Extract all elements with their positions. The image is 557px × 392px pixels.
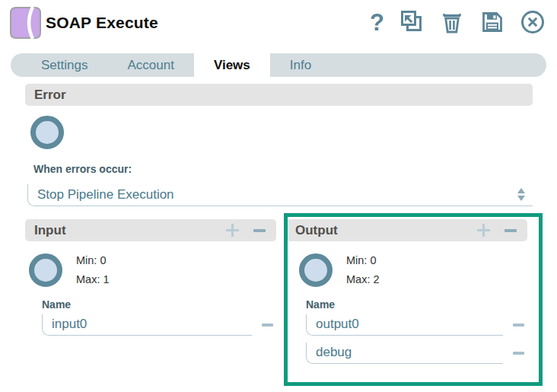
error-view-circle [30,116,64,149]
save-button[interactable] [479,9,505,37]
output-row [306,314,527,336]
output-section-header: Output [286,219,527,241]
when-errors-occur-select[interactable]: Stop Pipeline Execution [27,184,533,206]
tab-settings[interactable]: Settings [21,53,107,77]
soap-execute-dialog: SOAP Execute ? [0,0,557,392]
duplicate-icon [399,9,425,37]
output-panel: Output Min: 0 Max: 2 Name [286,219,527,364]
tab-account[interactable]: Account [107,53,193,77]
trash-icon [439,9,465,37]
page-title: SOAP Execute [46,14,158,32]
input-row [42,314,276,336]
help-icon: ? [370,9,384,37]
input-name-label: Name [42,298,276,311]
output-row [306,343,527,364]
spinner-up-icon [517,188,525,193]
close-icon [520,9,546,37]
input-section-title: Input [34,223,66,238]
duplicate-button[interactable] [399,9,425,37]
spinner-down-icon [517,196,525,201]
minus-icon [513,323,524,327]
when-errors-occur-value: Stop Pipeline Execution [28,184,533,205]
output-min-label: Min: 0 [346,251,380,270]
tab-views[interactable]: Views [194,53,270,77]
help-button[interactable]: ? [370,9,384,37]
output-row-remove-button[interactable] [511,350,526,356]
header-action-bar: ? [370,9,546,37]
minus-icon [262,323,273,327]
error-section-title: Error [34,88,66,103]
error-section-header: Error [25,84,533,106]
input-max-label: Max: 1 [76,270,110,289]
tab-bar: Settings Account Views Info [11,53,546,77]
output-section-title: Output [295,223,338,238]
minus-icon [513,352,524,355]
minus-icon [504,229,517,232]
input-minmax: Min: 0 Max: 1 [76,251,110,289]
tab-info[interactable]: Info [270,53,331,77]
output-add-button[interactable] [476,222,492,238]
input-remove-button[interactable] [252,228,267,234]
output-name-field-0[interactable] [306,314,503,336]
close-button[interactable] [520,9,546,37]
input-add-button[interactable] [224,222,240,238]
output-remove-button[interactable] [503,228,518,234]
input-min-label: Min: 0 [76,251,110,270]
input-view-circle [29,253,62,287]
snap-icon [8,5,43,43]
input-name-field[interactable] [42,314,252,336]
delete-button[interactable] [439,9,465,37]
minus-icon [253,229,266,232]
input-section-header: Input [25,219,276,241]
plus-icon [477,224,490,237]
when-errors-occur-label: When errors occur: [33,163,132,175]
output-view-circle [299,253,333,287]
plus-icon [226,224,239,237]
output-max-label: Max: 2 [346,270,380,289]
input-row-remove-button[interactable] [260,322,275,328]
output-row-remove-button[interactable] [511,322,526,328]
output-name-field-1[interactable] [306,343,503,364]
select-spinner-icon [517,188,525,201]
input-panel: Input Min: 0 Max: 1 Name [25,219,276,336]
output-minmax: Min: 0 Max: 2 [346,251,380,289]
output-name-label: Name [306,298,527,311]
save-icon [479,9,505,37]
